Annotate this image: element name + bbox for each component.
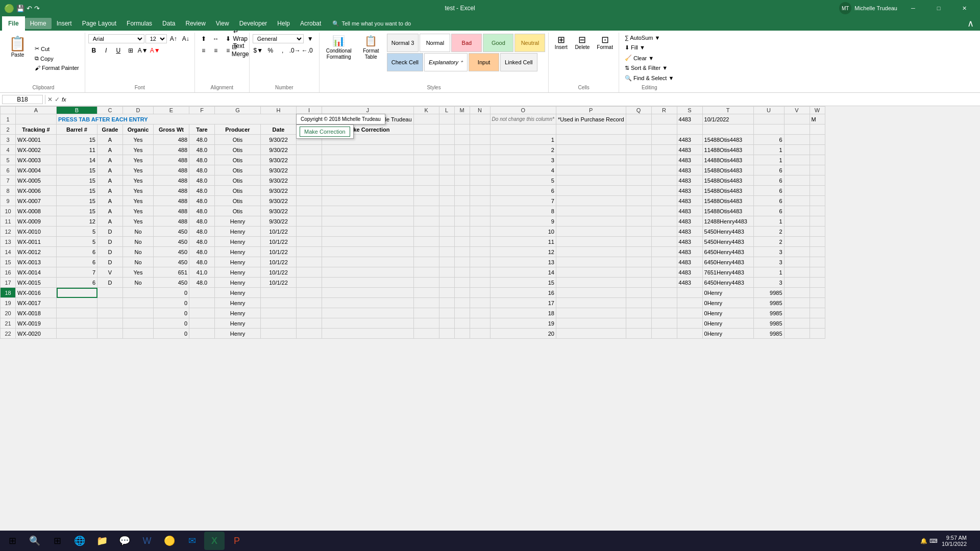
cell-C22[interactable]	[97, 329, 123, 339]
cell-J14[interactable]	[322, 247, 414, 257]
make-correction-button[interactable]: Make Correction	[300, 127, 350, 137]
cell-T20[interactable]: 0Henry	[702, 308, 753, 318]
cell-B7[interactable]: 15	[57, 176, 97, 186]
cell-A13[interactable]: WX-0011	[16, 237, 57, 247]
cell-A6[interactable]: WX-0004	[16, 165, 57, 176]
cell-K1[interactable]	[413, 114, 439, 124]
cell-N7[interactable]	[470, 176, 490, 186]
row-header-3[interactable]: 3	[1, 135, 16, 145]
decrease-decimal-btn[interactable]: ←.0	[302, 45, 313, 56]
cell-K18[interactable]	[413, 288, 439, 298]
cell-W6[interactable]	[810, 165, 825, 176]
review-menu[interactable]: Review	[180, 18, 210, 29]
cell-G9[interactable]: Otis	[215, 196, 261, 206]
cell-Q8[interactable]	[626, 186, 651, 196]
cell-M2[interactable]	[454, 124, 470, 135]
cell-T10[interactable]: 15488Otis4483	[702, 206, 753, 216]
row-header-22[interactable]: 22	[1, 329, 16, 339]
cell-S17[interactable]: 4483	[677, 278, 702, 288]
cell-N13[interactable]	[470, 237, 490, 247]
cell-V9[interactable]	[784, 196, 810, 206]
cell-D9[interactable]: Yes	[123, 196, 154, 206]
cell-Q13[interactable]	[626, 237, 651, 247]
clear-button[interactable]: 🧹 Clear ▼	[622, 54, 676, 62]
cell-O18[interactable]: 16	[490, 288, 556, 298]
cell-F14[interactable]: 48.0	[189, 247, 215, 257]
cell-G8[interactable]: Otis	[215, 186, 261, 196]
cell-V21[interactable]	[784, 318, 810, 329]
cell-K7[interactable]	[413, 176, 439, 186]
cell-O3[interactable]: 1	[490, 135, 556, 145]
font-family-select[interactable]: Arial	[88, 34, 144, 43]
cell-D13[interactable]: No	[123, 237, 154, 247]
cell-C4[interactable]: A	[97, 145, 123, 155]
col-header-q[interactable]: Q	[626, 107, 651, 114]
excel-taskbar-button[interactable]: X	[204, 532, 225, 550]
cell-A20[interactable]: WX-0018	[16, 308, 57, 318]
cell-U2[interactable]	[753, 124, 784, 135]
cell-A21[interactable]: WX-0019	[16, 318, 57, 329]
developer-menu[interactable]: Developer	[234, 18, 273, 29]
bold-button[interactable]: B	[88, 45, 100, 56]
col-header-v[interactable]: V	[784, 107, 810, 114]
cell-B6[interactable]: 15	[57, 165, 97, 176]
cell-S10[interactable]: 4483	[677, 206, 702, 216]
cell-O15[interactable]: 13	[490, 257, 556, 267]
cell-D11[interactable]: Yes	[123, 216, 154, 227]
cell-K17[interactable]	[413, 278, 439, 288]
cell-O16[interactable]: 14	[490, 267, 556, 278]
cell-S20[interactable]	[677, 308, 702, 318]
cell-U13[interactable]: 2	[753, 237, 784, 247]
font-color-button[interactable]: A▼	[150, 45, 161, 56]
cell-R20[interactable]	[651, 308, 677, 318]
cell-H5[interactable]: 9/30/22	[261, 155, 297, 165]
wrap-text-btn[interactable]: ↵ Wrap Text	[235, 34, 246, 44]
cell-O5[interactable]: 3	[490, 155, 556, 165]
cell-W1[interactable]: M	[810, 114, 825, 124]
normal3-style[interactable]: Normal 3	[387, 34, 419, 52]
cell-U20[interactable]: 9985	[753, 308, 784, 318]
cell-B13[interactable]: 5	[57, 237, 97, 247]
cell-P8[interactable]	[556, 186, 626, 196]
cell-M9[interactable]	[454, 196, 470, 206]
cell-K6[interactable]	[413, 165, 439, 176]
cell-S7[interactable]: 4483	[677, 176, 702, 186]
cell-V22[interactable]	[784, 329, 810, 339]
cell-T13[interactable]: 5450Henry4483	[702, 237, 753, 247]
cell-M3[interactable]	[454, 135, 470, 145]
col-header-k[interactable]: K	[413, 107, 439, 114]
cell-E3[interactable]: 488	[154, 135, 189, 145]
font-size-select[interactable]: 12	[145, 34, 167, 43]
cell-N18[interactable]	[470, 288, 490, 298]
cell-E13[interactable]: 450	[154, 237, 189, 247]
cell-V6[interactable]	[784, 165, 810, 176]
cell-M17[interactable]	[454, 278, 470, 288]
cell-K21[interactable]	[413, 318, 439, 329]
cell-I11[interactable]	[297, 216, 322, 227]
cell-I21[interactable]	[297, 318, 322, 329]
cell-U9[interactable]: 6	[753, 196, 784, 206]
row-header-9[interactable]: 9	[1, 196, 16, 206]
cell-P17[interactable]	[556, 278, 626, 288]
cell-E17[interactable]: 450	[154, 278, 189, 288]
cell-T8[interactable]: 15488Otis4483	[702, 186, 753, 196]
cell-R13[interactable]	[651, 237, 677, 247]
cell-E14[interactable]: 450	[154, 247, 189, 257]
cell-F21[interactable]	[189, 318, 215, 329]
border-button[interactable]: ⊞	[125, 45, 136, 56]
cell-U21[interactable]: 9985	[753, 318, 784, 329]
cell-B10[interactable]: 15	[57, 206, 97, 216]
cell-V17[interactable]	[784, 278, 810, 288]
cell-N5[interactable]	[470, 155, 490, 165]
cell-W15[interactable]	[810, 257, 825, 267]
cell-W18[interactable]	[810, 288, 825, 298]
cell-M12[interactable]	[454, 227, 470, 237]
cell-V14[interactable]	[784, 247, 810, 257]
cell-L9[interactable]	[439, 196, 454, 206]
cell-N12[interactable]	[470, 227, 490, 237]
cell-Q9[interactable]	[626, 196, 651, 206]
task-view-button[interactable]: ⊞	[47, 532, 67, 550]
cell-N4[interactable]	[470, 145, 490, 155]
copy-button[interactable]: ⧉ Copy	[32, 54, 82, 63]
cell-H13[interactable]: 10/1/22	[261, 237, 297, 247]
